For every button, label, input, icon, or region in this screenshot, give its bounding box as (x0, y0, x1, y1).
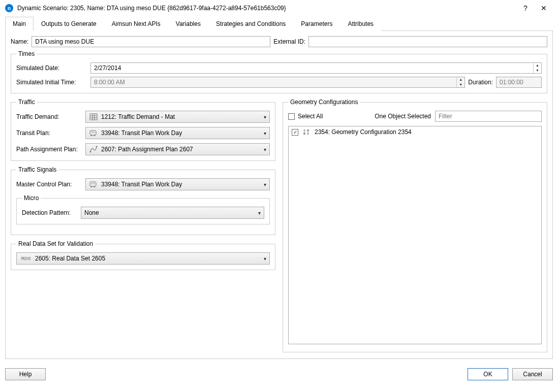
tab-parameters[interactable]: Parameters (293, 17, 340, 31)
demand-select[interactable]: 1212: Traffic Demand - Mat ▾ (85, 111, 270, 123)
duration-input[interactable]: ▲▼ (496, 77, 542, 88)
close-icon[interactable]: ✕ (535, 4, 553, 12)
svg-rect-0 (90, 114, 97, 120)
external-id-label: External ID: (273, 38, 305, 45)
rds-value: 2605: Real Data Set 2605 (35, 255, 261, 262)
sim-date-input[interactable]: ▲▼ (90, 62, 542, 74)
tab-main[interactable]: Main (5, 17, 34, 31)
svg-point-15 (303, 133, 305, 135)
tab-attributes[interactable]: Attributes (340, 17, 381, 31)
list-item[interactable]: ✓ 2354: Geometry Configuration 2354 (289, 126, 541, 138)
spin-down-icon[interactable]: ▼ (534, 68, 541, 73)
app-icon: n (5, 4, 13, 12)
spin-up-icon[interactable]: ▲ (457, 77, 464, 82)
path-label: Path Assignment Plan: (16, 146, 82, 153)
traffic-fieldset: Traffic Traffic Demand: 1212: Traffic De… (11, 99, 275, 161)
geometry-item-icon (302, 128, 311, 136)
sim-time-input[interactable]: ▲▼ (90, 77, 465, 88)
chevron-down-icon: ▾ (264, 182, 266, 187)
rds-icon: RDS (20, 254, 32, 263)
detection-select[interactable]: None ▾ (81, 207, 264, 219)
chevron-down-icon: ▾ (264, 256, 266, 262)
geometry-legend: Geometry Configurations (288, 99, 360, 106)
svg-point-10 (96, 146, 98, 148)
duration-text (497, 77, 558, 87)
tab-bar: Main Outputs to Generate Aimsun Next API… (5, 16, 553, 31)
path-value: 2607: Path Assignment Plan 2607 (101, 146, 261, 153)
detection-value: None (84, 209, 255, 216)
sim-time-label: Simulated Initial Time: (16, 79, 87, 86)
svg-rect-8 (91, 132, 95, 133)
sim-date-label: Simulated Date: (16, 64, 87, 72)
select-all-label: Select All (298, 113, 323, 120)
ok-button[interactable]: OK (468, 368, 508, 380)
path-select[interactable]: 2607: Path Assignment Plan 2607 ▾ (85, 143, 270, 155)
name-input[interactable] (32, 36, 270, 47)
signals-fieldset: Traffic Signals Master Control Plan: 339… (11, 166, 275, 235)
titlebar: n Dynamic Scenario: 2305, Name: DTA usin… (0, 0, 558, 16)
chevron-down-icon: ▾ (264, 147, 266, 152)
times-fieldset: Times Simulated Date: ▲▼ Simulated Initi… (11, 50, 547, 93)
signals-legend: Traffic Signals (16, 166, 58, 173)
svg-rect-14 (91, 183, 95, 184)
chevron-down-icon: ▾ (264, 114, 266, 120)
grid-icon (89, 113, 98, 121)
detection-label: Detection Pattern: (22, 209, 78, 216)
rds-select[interactable]: RDS 2605: Real Data Set 2605 ▾ (16, 252, 270, 265)
geometry-list[interactable]: ✓ 2354: Geometry Configuration 2354 (288, 126, 542, 344)
transit-select[interactable]: 33948: Transit Plan Work Day ▾ (85, 127, 270, 139)
times-legend: Times (16, 50, 37, 57)
svg-point-13 (94, 186, 96, 188)
svg-point-6 (91, 135, 92, 137)
master-value: 33948: Transit Plan Work Day (101, 181, 261, 188)
dialog-footer: Help OK Cancel (0, 364, 558, 384)
transit-value: 33948: Transit Plan Work Day (101, 129, 261, 137)
spin-down-icon[interactable]: ▼ (457, 82, 464, 87)
rds-fieldset: Real Data Set for Validation RDS 2605: R… (11, 240, 275, 270)
window-title: Dynamic Scenario: 2305, Name: DTA using … (17, 5, 516, 12)
master-select[interactable]: 33948: Transit Plan Work Day ▾ (85, 178, 270, 190)
tab-outputs[interactable]: Outputs to Generate (34, 17, 104, 31)
tab-strategies[interactable]: Strategies and Conditions (208, 17, 293, 31)
cancel-button[interactable]: Cancel (512, 368, 553, 380)
geometry-item-label: 2354: Geometry Configuration 2354 (315, 128, 412, 136)
spin-up-icon[interactable]: ▲ (534, 63, 541, 68)
svg-point-12 (91, 186, 92, 188)
bus-icon (89, 180, 98, 188)
svg-point-9 (90, 151, 91, 153)
sim-time-text (91, 77, 456, 87)
transit-label: Transit Plan: (16, 129, 82, 137)
demand-label: Traffic Demand: (16, 113, 82, 120)
geometry-fieldset: Geometry Configurations Select All One O… (283, 99, 547, 352)
micro-fieldset: Micro Detection Pattern: None ▾ (16, 194, 270, 224)
traffic-legend: Traffic (16, 99, 37, 106)
tab-apis[interactable]: Aimsun Next APIs (104, 17, 168, 31)
checkbox-checked-icon[interactable]: ✓ (292, 129, 298, 136)
chevron-down-icon: ▾ (258, 210, 261, 216)
select-all-checkbox[interactable]: Select All (288, 113, 323, 120)
svg-point-16 (307, 129, 309, 132)
checkbox-icon (288, 113, 295, 120)
bus-icon (89, 129, 98, 137)
tab-variables[interactable]: Variables (168, 17, 208, 31)
external-id-input[interactable] (308, 36, 547, 47)
svg-point-7 (94, 135, 96, 137)
filter-input[interactable] (435, 111, 542, 122)
selected-count-label: One Object Selected (375, 113, 431, 120)
demand-value: 1212: Traffic Demand - Mat (101, 113, 261, 120)
help-button[interactable]: Help (5, 368, 46, 380)
chevron-down-icon: ▾ (264, 130, 266, 136)
path-icon (89, 145, 98, 153)
duration-label: Duration: (468, 79, 493, 86)
master-label: Master Control Plan: (16, 181, 82, 188)
micro-legend: Micro (22, 194, 41, 202)
name-label: Name: (11, 38, 28, 45)
help-question-icon[interactable]: ? (516, 4, 535, 12)
sim-date-text[interactable] (91, 63, 533, 73)
rds-legend: Real Data Set for Validation (16, 240, 95, 247)
